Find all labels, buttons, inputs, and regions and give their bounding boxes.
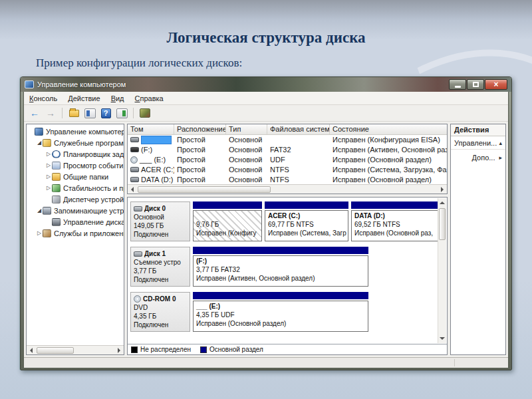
back-button[interactable]: ← (28, 107, 41, 120)
legend-unallocated: Не распределен (131, 346, 191, 353)
cell-status: Исправен (Основной раздел) (330, 156, 447, 164)
tree-item-reliability[interactable]: ▷ Стабильность и пр (27, 182, 124, 194)
scroll-down-icon[interactable] (438, 334, 446, 342)
legend-primary-partition: Основной раздел (200, 346, 263, 353)
partition-title: ACER (C:) (268, 211, 345, 220)
scroll-up-icon[interactable] (438, 199, 446, 207)
column-header-status[interactable]: Состояние (330, 124, 447, 134)
partition-status: Исправен (Конфигу (196, 229, 259, 237)
disk-1-label[interactable]: Диск 1 Съемное устро 3,77 ГБ Подключен (130, 247, 190, 287)
minimize-button[interactable] (449, 79, 466, 90)
expander-icon[interactable]: ▷ (36, 230, 43, 236)
volume-row-e[interactable]: ___ (E:) Простой Основной UDF Исправен (… (128, 155, 447, 165)
partition-status: Исправен (Система, Загр (268, 229, 345, 237)
column-header-filesystem[interactable]: Файловая система (267, 124, 330, 134)
tree-item-services[interactable]: ▷ Службы и приложени (27, 227, 124, 239)
cell-status: Исправен (Конфигурация EISA) (330, 136, 447, 144)
scroll-right-icon[interactable] (115, 346, 123, 354)
volume-row-f[interactable]: (F:) Простой Основной FAT32 Исправен (Ак… (128, 145, 447, 155)
disk-kind: DVD (134, 303, 187, 312)
partition-eisa[interactable]: 9,76 ГБ Исправен (Конфигу (193, 201, 262, 241)
app-icon (25, 80, 34, 88)
tree-item-disk-management[interactable]: Управление диска (27, 216, 124, 227)
action-disk-management[interactable]: Управлени... ▴ (451, 136, 505, 150)
partition-status: Исправен (Активен, Основной раздел) (196, 274, 365, 283)
tree-item-device-manager[interactable]: Диспетчер устрой (27, 194, 124, 205)
expander-icon[interactable]: ◢ (36, 140, 43, 146)
cell-location: Простой (174, 166, 226, 174)
maximize-button[interactable] (467, 79, 484, 90)
partition-type-bar (351, 201, 443, 209)
forward-button[interactable]: → (44, 107, 57, 120)
partition-d[interactable]: DATA (D:) 69,52 ГБ NTFS Исправен (Основн… (351, 201, 443, 241)
column-header-volume[interactable]: Том (128, 124, 174, 134)
graphical-view-scrollbar (438, 198, 446, 343)
action-label: Допо... (472, 154, 495, 162)
menu-deystvie[interactable]: Действие (68, 94, 100, 102)
console-tree-pane: Управление компьютеро ◢ Служебные програ… (26, 124, 124, 355)
cell-location: Простой (174, 136, 226, 144)
scrollbar-thumb[interactable] (439, 208, 446, 240)
close-button[interactable]: × (485, 79, 507, 90)
column-header-location[interactable]: Расположение (174, 124, 226, 134)
expander-icon[interactable]: ◢ (36, 207, 43, 213)
tree-item-task-scheduler[interactable]: ▷ Планировщик зад (27, 148, 124, 160)
menu-konsol[interactable]: Консоль (29, 94, 57, 102)
volume-row-d[interactable]: DATA (D:) Простой Основной NTFS Исправен… (128, 174, 447, 184)
scrollbar-thumb[interactable] (37, 347, 74, 354)
console-tree-button[interactable] (83, 107, 96, 120)
action-more-actions[interactable]: Допо... ▸ (451, 151, 505, 164)
partition-type-bar (193, 247, 368, 254)
volume-row-eisa[interactable]: Простой Основной Исправен (Конфигурация … (128, 135, 447, 145)
disk-1-row: Диск 1 Съемное устро 3,77 ГБ Подключен (… (130, 247, 436, 287)
export-list-button[interactable] (67, 107, 80, 120)
expander-icon[interactable]: ▷ (45, 151, 52, 157)
scroll-left-icon[interactable] (128, 186, 136, 194)
partition-f[interactable]: (F:) 3,77 ГБ FAT32 Исправен (Активен, Ос… (193, 247, 368, 287)
expander-icon[interactable]: ▷ (45, 185, 52, 191)
services-icon (43, 229, 51, 237)
disk-name: Диск 1 (144, 249, 166, 258)
tree-item-shared-folders[interactable]: ▷ Общие папки (27, 171, 124, 182)
collapse-icon[interactable]: ▴ (499, 140, 502, 146)
menu-spravka[interactable]: Справка (135, 94, 164, 102)
expander-icon[interactable]: ▷ (45, 162, 52, 168)
partition-box: 9,76 ГБ Исправен (Конфигу (193, 210, 262, 241)
toolbar-separator (133, 108, 134, 118)
volume-row-c[interactable]: ACER (C:) Простой Основной NTFS Исправен… (128, 164, 447, 174)
column-header-type[interactable]: Тип (226, 124, 267, 134)
content-area: Управление компьютеро ◢ Служебные програ… (24, 122, 508, 357)
window-titlebar[interactable]: Управление компьютером × (21, 77, 511, 92)
legend-color-swatch (200, 346, 207, 353)
computer-management-window: Управление компьютером × Консоль Действи… (20, 76, 512, 370)
disk-management-icon (52, 218, 61, 226)
cdrom-0-label[interactable]: CD-ROM 0 DVD 4,35 ГБ Подключен (130, 292, 190, 332)
tree-item-storage[interactable]: ◢ Запоминающие устр (27, 205, 124, 216)
partition-c[interactable]: ACER (C:) 69,77 ГБ NTFS Исправен (Систем… (265, 201, 348, 241)
menu-vid[interactable]: Вид (111, 94, 124, 102)
event-viewer-icon (52, 162, 61, 170)
partition-size: 9,76 ГБ (196, 220, 259, 229)
console-tree: Управление компьютеро ◢ Служебные програ… (27, 124, 124, 345)
cell-status: Исправен (Система, Загрузка, Файл п (330, 166, 447, 174)
scroll-left-icon[interactable] (27, 346, 35, 354)
tree-item-system-tools[interactable]: ◢ Служебные программ (27, 137, 124, 148)
help-button[interactable]: ? (99, 107, 112, 120)
selected-volume-highlight (141, 136, 172, 144)
legend-label: Основной раздел (209, 346, 263, 353)
scroll-right-icon[interactable] (438, 186, 446, 194)
expander-icon[interactable]: ▷ (45, 174, 52, 180)
partition-size: 3,77 ГБ FAT32 (196, 265, 365, 274)
disk-0-label[interactable]: Диск 0 Основной 149,05 ГБ Подключен (130, 201, 190, 241)
cell-filesystem: UDF (267, 156, 330, 164)
snapin-button[interactable] (138, 107, 152, 120)
task-scheduler-icon (52, 150, 61, 158)
scrollbar-thumb[interactable] (138, 186, 271, 193)
window-body: Консоль Действие Вид Справка ← → ? (23, 92, 509, 368)
partition-e[interactable]: ___ (E:) 4,35 ГБ UDF Исправен (Основной … (193, 292, 368, 332)
tree-item-computer-management[interactable]: Управление компьютеро (27, 126, 124, 137)
list-horizontal-scrollbar (128, 184, 447, 194)
tree-item-event-viewer[interactable]: ▷ Просмотр событи (27, 160, 124, 171)
toolbar-separator (62, 108, 63, 118)
action-pane-button[interactable] (115, 107, 128, 120)
